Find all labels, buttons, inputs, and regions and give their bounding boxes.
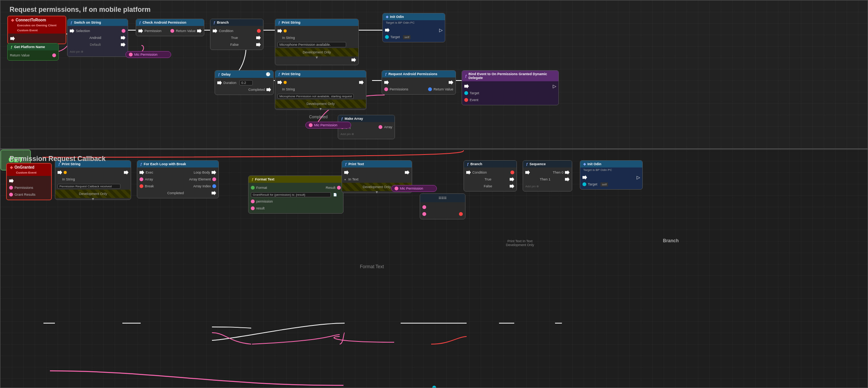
req-exec-in bbox=[384, 80, 389, 85]
mic-permission-badge-1: Mic Permission bbox=[125, 51, 171, 58]
delay-node: ƒ Delay 🕐 Duration Completed bbox=[215, 70, 274, 95]
get-platform-name-title: Get Platform Name bbox=[14, 45, 45, 49]
odin1-exec-in bbox=[385, 28, 390, 32]
completed-label: Completed bbox=[309, 115, 327, 119]
top-section: Request permissions, if on mobile platfo… bbox=[0, 0, 868, 149]
branch-bottom-right-label: Branch bbox=[663, 238, 679, 243]
perm-pin bbox=[170, 29, 174, 33]
condition-pin bbox=[257, 29, 261, 33]
bind-event-title: Bind Event to On Permissions Granted Dyn… bbox=[468, 72, 555, 80]
cond2-pin bbox=[510, 171, 514, 174]
bind-exec-in bbox=[464, 84, 469, 89]
exec-out-pin bbox=[10, 36, 15, 41]
ps3-exec-out bbox=[124, 170, 128, 175]
for-each-loop-node: ƒ For Each Loop with Break Exec Loop Bod… bbox=[137, 160, 219, 198]
branch1-node: ƒ Branch Condition True False bbox=[210, 19, 263, 50]
target-pin-bind bbox=[464, 91, 468, 95]
array-elem-pin bbox=[212, 177, 216, 181]
bottom-section: Permission Request Callback ◆ OnGranted bbox=[0, 149, 868, 388]
permissions-pin bbox=[9, 186, 13, 190]
sequence-title: Sequence bbox=[529, 162, 546, 166]
seq-then0-pin bbox=[565, 170, 570, 175]
result-out-pin bbox=[337, 186, 341, 190]
mic-permission-badge-2: Mic Permission bbox=[305, 122, 351, 129]
branch2-node: ƒ Branch Condition True False bbox=[464, 160, 517, 192]
init-odin2-title: Init Odin bbox=[587, 162, 602, 166]
check-exec-in bbox=[138, 29, 143, 33]
ps2-exec-out bbox=[359, 80, 364, 85]
return-val-pin bbox=[428, 87, 432, 91]
array-idx-pin bbox=[212, 184, 216, 188]
mic-perm-pin-1 bbox=[129, 53, 133, 56]
top-section-label: Request permissions, if on mobile platfo… bbox=[4, 3, 156, 17]
equals-node: === bbox=[420, 193, 465, 219]
break-pin bbox=[140, 184, 143, 188]
odin2-exec-in bbox=[582, 175, 587, 180]
format-text-node: ƒ Format Text Format Result 📄 permission… bbox=[248, 175, 343, 214]
seq-exec-in bbox=[525, 170, 530, 175]
print-string2-input[interactable] bbox=[278, 94, 354, 99]
dev-only-2: Development Only bbox=[275, 100, 366, 108]
ps3-exec-in bbox=[58, 170, 62, 175]
default-pin bbox=[121, 42, 125, 47]
get-platform-name-node: ƒ Get Platform Name Return Value bbox=[7, 43, 59, 61]
branch1-title: Branch bbox=[217, 21, 229, 24]
req-exec-out bbox=[449, 80, 453, 85]
android-pin bbox=[121, 35, 125, 40]
print-string3-node: ƒ Print String In String Development Onl… bbox=[55, 160, 131, 200]
check-android-permission-node: ƒ Check Android Permission Permission Re… bbox=[136, 19, 204, 36]
print-string3-input[interactable] bbox=[58, 184, 120, 189]
print-string1-title: Print String bbox=[282, 21, 300, 24]
request-android-node: ƒ Request Android Permissions Permission… bbox=[382, 70, 456, 95]
branch2-exec-in bbox=[466, 170, 471, 175]
init-odin1-subtitle: Target is BP Odin PC bbox=[383, 20, 445, 25]
init-odin2-subtitle: Target is BP Odin PC bbox=[580, 167, 642, 172]
loop-body-pin bbox=[212, 170, 216, 175]
pt-exec-in bbox=[344, 170, 349, 175]
format-in-pin bbox=[251, 186, 255, 190]
mic-permission-label-2: Mic Permission bbox=[314, 123, 337, 127]
mic-permission-label-3: Mic Permission bbox=[400, 187, 423, 190]
granted-exec-out bbox=[9, 179, 14, 183]
ps2-exec-in bbox=[278, 80, 282, 85]
bottom-section-label: Permission Request Callback bbox=[4, 152, 111, 166]
switch-exec-in bbox=[70, 29, 74, 33]
mic-permission-badge-3: Mic Permission bbox=[391, 185, 437, 192]
switch-on-string-title: Switch on String bbox=[74, 21, 101, 24]
permission-arg-pin bbox=[251, 200, 255, 203]
eq-out bbox=[459, 212, 463, 216]
target-pin-1 bbox=[385, 35, 389, 39]
array-out-pin bbox=[379, 125, 382, 129]
connect-to-room-node: ◆ ConnectToRoom Executes on Owning Clien… bbox=[7, 16, 66, 44]
grant-results-pin bbox=[9, 193, 13, 196]
eq-in1 bbox=[422, 205, 426, 209]
init-odin1-title: Init Odin bbox=[390, 15, 404, 19]
for-each-title: For Each Loop with Break bbox=[144, 162, 186, 166]
mic-perm-pin-3 bbox=[395, 187, 398, 190]
format-text-input[interactable] bbox=[251, 192, 331, 197]
eq-in2 bbox=[422, 212, 426, 216]
selection-pin bbox=[122, 29, 125, 33]
switch-on-string-node: ƒ Switch on String Selection Android Def… bbox=[67, 19, 128, 57]
delay-exec-in bbox=[217, 80, 222, 85]
format-text-bottom-label: Format Text bbox=[360, 264, 384, 269]
branch2-false-pin bbox=[510, 184, 514, 188]
bind-event-node: ƒ Bind Event to On Permissions Granted D… bbox=[462, 70, 559, 105]
dev-only-1: Development Only bbox=[275, 48, 358, 56]
print-string2-title: Print String bbox=[282, 72, 300, 76]
seq-then1-pin bbox=[565, 177, 570, 182]
check-exec-out bbox=[197, 29, 202, 33]
true-pin bbox=[256, 35, 261, 40]
connect-to-room-title: ConnectToRoom bbox=[16, 18, 46, 22]
array-in-pin bbox=[140, 177, 143, 181]
delay-duration[interactable] bbox=[239, 80, 253, 85]
print-string1-input[interactable] bbox=[278, 42, 346, 47]
mic-perm-pin-2 bbox=[309, 123, 313, 127]
format-text-title: Format Text bbox=[255, 177, 274, 181]
ps1-exec-in bbox=[278, 29, 282, 33]
get-out-pin bbox=[432, 386, 436, 388]
perm-in-pin bbox=[384, 87, 388, 91]
init-odin1-node: ◆ Init Odin Target is BP Odin PC ▷ Targe… bbox=[382, 13, 445, 42]
false-pin bbox=[256, 42, 261, 47]
result-arg-pin bbox=[251, 206, 255, 210]
